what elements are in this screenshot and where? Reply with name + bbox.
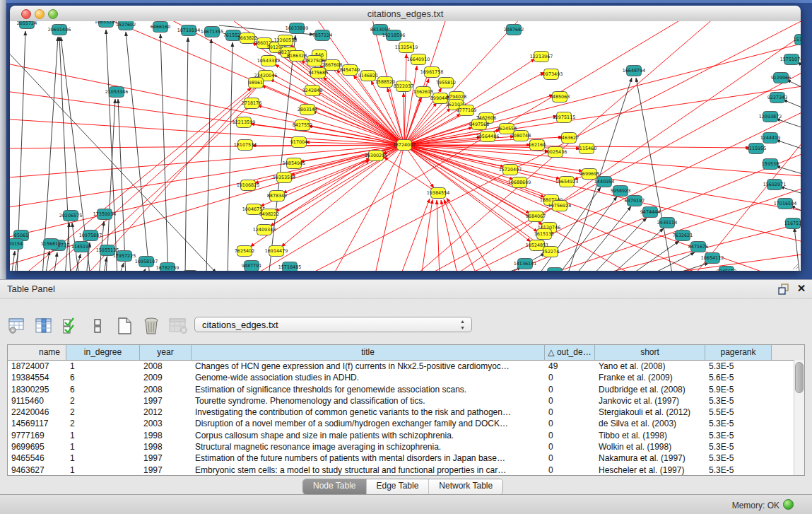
graph-node[interactable]: 19106825 xyxy=(237,180,260,191)
graph-node[interactable]: 15751074 xyxy=(780,54,801,65)
graph-node[interactable]: 252274 xyxy=(542,247,559,257)
graph-node[interactable]: 15692971 xyxy=(763,180,787,190)
column-header-4[interactable]: △ out_de… xyxy=(545,345,595,360)
graph-node[interactable]: 9115460 xyxy=(577,144,596,154)
graph-node[interactable]: 19654923 xyxy=(555,177,579,187)
graph-node[interactable]: 2803144 xyxy=(298,105,317,115)
graph-node[interactable]: 9245652 xyxy=(717,267,736,271)
graph-node[interactable]: 1615132 xyxy=(534,229,554,240)
table-selector-combobox[interactable]: citations_edges.txt ▲▼ xyxy=(194,317,472,332)
graph-node[interactable]: 1733426 xyxy=(545,268,565,271)
table-cell[interactable]: 0 xyxy=(545,372,595,383)
graph-node[interactable]: 17016504 xyxy=(774,199,797,209)
table-cell[interactable]: Jankovic et al. (1997) xyxy=(595,395,705,407)
table-cell[interactable]: 5.3E-5 xyxy=(705,465,772,476)
table-cell[interactable]: 2 xyxy=(66,395,140,407)
memory-status-indicator[interactable] xyxy=(783,499,794,510)
graph-node[interactable]: 1145193 xyxy=(71,242,91,252)
table-cell[interactable]: 1997 xyxy=(140,395,192,407)
graph-node[interactable]: 19384554 xyxy=(427,188,450,199)
table-cell[interactable]: 5.5E-5 xyxy=(705,407,772,418)
table-cell[interactable]: Structural magnetic resonance image aver… xyxy=(192,441,545,452)
table-cell[interactable]: Yano et al. (2008) xyxy=(595,361,705,372)
graph-node[interactable]: 8322037 xyxy=(394,81,413,92)
table-cell[interactable]: Franke et al. (2009) xyxy=(595,372,705,383)
graph-node[interactable]: 20206575 xyxy=(59,211,83,221)
table-cell[interactable]: Genome-wide association studies in ADHD. xyxy=(192,372,545,383)
graph-node[interactable]: 1588520 xyxy=(375,77,395,88)
vertical-scrollbar[interactable] xyxy=(794,360,804,475)
graph-node[interactable]: 1156812 xyxy=(41,239,61,250)
network-window-titlebar[interactable]: citations_edges.txt xyxy=(10,6,801,22)
graph-node[interactable]: 7632621 xyxy=(673,230,693,241)
graph-node[interactable]: 16640910 xyxy=(407,54,430,65)
graph-node[interactable]: 16648794 xyxy=(623,66,646,76)
graph-node[interactable]: 12213599 xyxy=(233,117,256,128)
table-cell[interactable]: Tibbo et al. (1998) xyxy=(595,430,705,441)
trash-icon[interactable] xyxy=(141,316,161,336)
graph-node[interactable]: 10719194 xyxy=(177,25,201,36)
graph-node[interactable]: 162160 xyxy=(529,140,546,151)
table-row[interactable]: 2242004622012Investigating the contribut… xyxy=(8,407,804,418)
table-cell[interactable]: 9463627 xyxy=(8,465,66,476)
table-row[interactable]: 1456911722003Disruption of a novel membe… xyxy=(8,418,804,429)
scrollbar-thumb[interactable] xyxy=(795,362,804,393)
table-cell[interactable]: 5.3E-5 xyxy=(705,441,772,452)
graph-node[interactable]: 2087682 xyxy=(504,25,524,35)
table-cell[interactable]: 1997 xyxy=(140,465,192,476)
table-cell[interactable]: 2008 xyxy=(140,361,192,372)
column-visibility-icon[interactable] xyxy=(34,316,54,336)
graph-node[interactable]: 917004 xyxy=(290,137,307,148)
table-cell[interactable]: 49 xyxy=(545,361,595,372)
table-cell[interactable]: 5.3E-5 xyxy=(705,430,772,441)
graph-node[interactable]: 2055724 xyxy=(17,21,37,29)
graph-node[interactable]: 6379197 xyxy=(625,196,645,206)
graph-node[interactable]: 11325419 xyxy=(395,42,418,53)
table-row[interactable]: 1872400712008Changes of HCN gene express… xyxy=(8,361,804,372)
graph-node[interactable]: 10973493 xyxy=(540,69,563,80)
graph-node[interactable]: 10543382 xyxy=(257,56,281,66)
table-row[interactable]: 946554611997Estimation of the future num… xyxy=(8,452,804,464)
graph-node[interactable]: 7857224 xyxy=(312,30,332,41)
table-row[interactable]: 946362711997Embryonic stem cells: a mode… xyxy=(8,465,804,476)
table-cell[interactable]: 0 xyxy=(545,430,595,441)
column-header-1[interactable]: in_degree xyxy=(66,345,140,360)
graph-node[interactable]: 3475685 xyxy=(308,68,328,78)
graph-node[interactable]: 159538 xyxy=(762,159,779,170)
graph-node[interactable]: 7955812 xyxy=(436,78,456,88)
table-cell[interactable]: 1998 xyxy=(140,430,192,441)
table-cell[interactable]: 1 xyxy=(66,430,140,441)
table-cell[interactable]: 5.3E-5 xyxy=(705,418,772,429)
table-cell[interactable]: 1997 xyxy=(140,452,192,464)
table-cell[interactable]: 6 xyxy=(66,384,140,395)
graph-node[interactable]: 6466160 xyxy=(151,22,170,33)
graph-node[interactable]: 19854965 xyxy=(283,158,306,169)
graph-node[interactable]: 9487791 xyxy=(242,261,261,271)
graph-node[interactable]: 10975887 xyxy=(79,230,102,241)
graph-node[interactable]: 39154 xyxy=(10,239,23,250)
column-header-3[interactable]: title xyxy=(192,345,545,360)
table-cell[interactable]: 2008 xyxy=(140,384,192,395)
table-cell[interactable]: Nakamura et al. (1997) xyxy=(595,452,705,464)
table-cell[interactable]: 0 xyxy=(545,452,595,464)
column-header-5[interactable]: short xyxy=(595,345,705,360)
graph-node[interactable]: 14671355 xyxy=(201,27,224,37)
table-cell[interactable]: 9777169 xyxy=(8,430,66,441)
table-settings-icon[interactable] xyxy=(7,316,27,336)
graph-node[interactable]: 7485063 xyxy=(550,92,570,103)
table-cell[interactable]: 1 xyxy=(66,441,140,452)
table-row[interactable]: 977716911998Corpus callosum shape and si… xyxy=(8,430,804,441)
column-header-2[interactable]: year xyxy=(140,345,192,360)
graph-node[interactable]: 1440954 xyxy=(594,177,614,187)
table-cell[interactable]: 14569117 xyxy=(8,418,66,429)
table-cell[interactable]: 5.3E-5 xyxy=(705,361,772,372)
table-cell[interactable]: 0 xyxy=(545,384,595,395)
table-cell[interactable]: 0 xyxy=(545,418,595,429)
table-cell[interactable]: 0 xyxy=(545,465,595,476)
west-panel-divider[interactable] xyxy=(0,0,6,279)
graph-node[interactable]: 2718176 xyxy=(242,98,261,109)
graph-node[interactable]: 6497568 xyxy=(469,119,489,130)
table-cell[interactable]: Investigating the contribution of common… xyxy=(192,407,545,418)
graph-node[interactable]: 9463627 xyxy=(559,133,579,144)
graph-node[interactable]: 9699695 xyxy=(579,169,599,180)
